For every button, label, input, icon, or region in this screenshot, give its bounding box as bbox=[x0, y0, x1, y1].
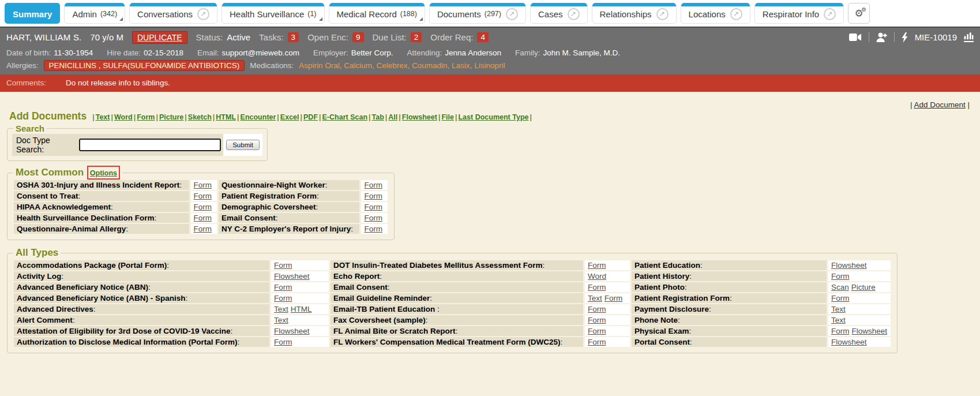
tab-label: Health Surveillance bbox=[230, 9, 304, 19]
doc-link-flowsheet[interactable]: Flowsheet bbox=[274, 272, 310, 281]
tab-summary[interactable]: Summary bbox=[5, 3, 60, 24]
doc-link-text[interactable]: Text bbox=[588, 294, 602, 302]
popout-arrow-icon[interactable]: ↗ bbox=[656, 8, 669, 20]
add-doc-link-word[interactable]: Word bbox=[114, 113, 133, 121]
add-doc-link-form[interactable]: Form bbox=[137, 113, 155, 121]
add-doc-link-pdf[interactable]: PDF bbox=[303, 113, 318, 121]
add-person-icon[interactable] bbox=[876, 32, 887, 42]
tab-respirator-info[interactable]: Respirator Info↗ bbox=[754, 3, 844, 24]
medication-link-calcium[interactable]: Calcium bbox=[344, 61, 372, 70]
add-doc-link-e-chart-scan[interactable]: E-Chart Scan bbox=[322, 113, 368, 121]
popout-arrow-icon[interactable]: ↗ bbox=[824, 8, 836, 20]
open-enc-count-badge[interactable]: 9 bbox=[352, 32, 364, 42]
doc-type-name: Attestation of Eligibility for 3rd Dose … bbox=[17, 327, 231, 335]
medication-link-lasix[interactable]: Lasix bbox=[452, 61, 470, 70]
doc-link-form[interactable]: Form bbox=[588, 305, 606, 313]
popout-arrow-icon[interactable]: ↗ bbox=[568, 8, 580, 20]
doc-type-name: Patient Photo bbox=[634, 283, 685, 292]
doc-type-label: Questionnaire-Night Worker: bbox=[219, 180, 359, 190]
separator: | bbox=[397, 113, 402, 121]
doc-link-scan[interactable]: Scan bbox=[831, 283, 849, 292]
doc-link-form[interactable]: Form bbox=[588, 283, 606, 292]
doc-link-text[interactable]: Text bbox=[831, 305, 846, 313]
doc-link-form[interactable]: Form bbox=[831, 327, 850, 335]
popout-arrow-icon[interactable]: ↗ bbox=[730, 8, 742, 20]
info-value: 11-30-1954 bbox=[54, 48, 93, 57]
tab-locations[interactable]: Locations↗ bbox=[681, 3, 750, 24]
settings-gear-button[interactable]: ⚙⚙ bbox=[848, 3, 870, 24]
add-doc-link-all[interactable]: All bbox=[388, 113, 397, 121]
doc-link-flowsheet[interactable]: Flowsheet bbox=[274, 327, 310, 335]
doc-link-form[interactable]: Form bbox=[194, 203, 212, 211]
tab-label: Admin bbox=[72, 9, 97, 19]
add-doc-link-sketch[interactable]: Sketch bbox=[188, 113, 212, 121]
doc-link-form[interactable]: Form bbox=[588, 327, 606, 335]
doc-link-form[interactable]: Form bbox=[194, 214, 212, 222]
doc-link-picture[interactable]: Picture bbox=[851, 283, 876, 292]
doc-link-flowsheet[interactable]: Flowsheet bbox=[831, 261, 867, 270]
medication-link-celebrex[interactable]: Celebrex bbox=[376, 61, 407, 70]
submit-button[interactable]: Submit bbox=[226, 140, 260, 150]
bar-chart-icon[interactable] bbox=[964, 32, 974, 42]
tab-health-surveillance[interactable]: Health Surveillance(1) bbox=[221, 3, 325, 24]
doc-link-form[interactable]: Form bbox=[588, 261, 606, 270]
doc-type-search-input[interactable] bbox=[79, 139, 221, 151]
doc-link-form[interactable]: Form bbox=[831, 272, 850, 281]
tab-cases[interactable]: Cases↗ bbox=[530, 3, 588, 24]
doc-link-form[interactable]: Form bbox=[588, 338, 606, 346]
doc-link-form[interactable]: Form bbox=[364, 181, 382, 189]
doc-type-name: Advanced Beneficiary Notice (ABN) bbox=[17, 283, 148, 292]
tab-documents[interactable]: Documents(297)↗ bbox=[429, 3, 526, 24]
due-list-count-badge[interactable]: 2 bbox=[411, 32, 422, 42]
doc-link-text[interactable]: Text bbox=[274, 305, 288, 313]
doc-link-html[interactable]: HTML bbox=[291, 305, 312, 313]
duplicate-badge[interactable]: DUPLICATE bbox=[132, 31, 187, 44]
doc-link-form[interactable]: Form bbox=[364, 203, 382, 211]
doc-link-text[interactable]: Text bbox=[274, 316, 288, 324]
allergy-badge[interactable]: PENICILLINS , SULFA(SULFONAMIDE ANTIBIOT… bbox=[44, 60, 245, 71]
doc-link-form[interactable]: Form bbox=[194, 181, 212, 189]
tab-conversations[interactable]: Conversations↗ bbox=[129, 3, 217, 24]
doc-link-form[interactable]: Form bbox=[364, 214, 382, 222]
add-doc-link-encounter[interactable]: Encounter bbox=[241, 113, 276, 121]
tab-medical-record[interactable]: Medical Record(188) bbox=[329, 3, 425, 24]
doc-link-form[interactable]: Form bbox=[194, 225, 212, 233]
add-doc-link-text[interactable]: Text bbox=[96, 113, 110, 121]
add-doc-link-picture[interactable]: Picture bbox=[159, 113, 183, 121]
options-link[interactable]: Options bbox=[90, 169, 117, 177]
doc-link-form[interactable]: Form bbox=[194, 192, 212, 200]
doc-link-form[interactable]: Form bbox=[588, 316, 606, 324]
add-doc-link-tab[interactable]: Tab bbox=[372, 113, 384, 121]
add-doc-link-file[interactable]: File bbox=[441, 113, 454, 121]
doc-link-form[interactable]: Form bbox=[364, 192, 382, 200]
video-camera-icon[interactable] bbox=[849, 33, 862, 42]
tab-admin[interactable]: Admin(342) bbox=[64, 3, 125, 24]
add-doc-link-last-document-type[interactable]: Last Document Type bbox=[458, 113, 528, 121]
doc-link-form[interactable]: Form bbox=[274, 283, 292, 292]
medication-link-lisinopril[interactable]: Lisinopril bbox=[474, 61, 505, 70]
doc-link-flowsheet[interactable]: Flowsheet bbox=[852, 327, 888, 335]
tab-relationships[interactable]: Relationships↗ bbox=[592, 3, 677, 24]
add-doc-link-flowsheet[interactable]: Flowsheet bbox=[402, 113, 437, 121]
tasks-count-badge[interactable]: 3 bbox=[288, 32, 299, 42]
medication-link-coumadin[interactable]: Coumadin bbox=[412, 61, 448, 70]
doc-link-form[interactable]: Form bbox=[274, 294, 292, 302]
medication-link-aspirin-oral[interactable]: Aspirin Oral bbox=[299, 61, 340, 70]
doc-link-form[interactable]: Form bbox=[364, 225, 382, 233]
add-doc-link-excel[interactable]: Excel bbox=[280, 113, 299, 121]
doc-link-text[interactable]: Text bbox=[831, 316, 846, 324]
doc-link-word[interactable]: Word bbox=[588, 272, 606, 281]
doc-link-form[interactable]: Form bbox=[831, 294, 850, 302]
table-row: Authorization to Disclose Medical Inform… bbox=[14, 337, 891, 347]
add-document-link[interactable]: Add Document bbox=[914, 100, 965, 109]
popout-arrow-icon[interactable]: ↗ bbox=[506, 8, 518, 20]
doc-type-name: Patient Registration Form bbox=[634, 294, 730, 302]
popout-arrow-icon[interactable]: ↗ bbox=[197, 8, 209, 20]
doc-link-form[interactable]: Form bbox=[604, 294, 623, 302]
doc-link-flowsheet[interactable]: Flowsheet bbox=[831, 338, 867, 346]
add-doc-link-html[interactable]: HTML bbox=[216, 113, 236, 121]
doc-link-form[interactable]: Form bbox=[274, 338, 292, 346]
doc-link-form[interactable]: Form bbox=[274, 261, 292, 270]
order-req-count-badge[interactable]: 4 bbox=[477, 32, 489, 42]
lightning-icon[interactable] bbox=[902, 32, 908, 43]
